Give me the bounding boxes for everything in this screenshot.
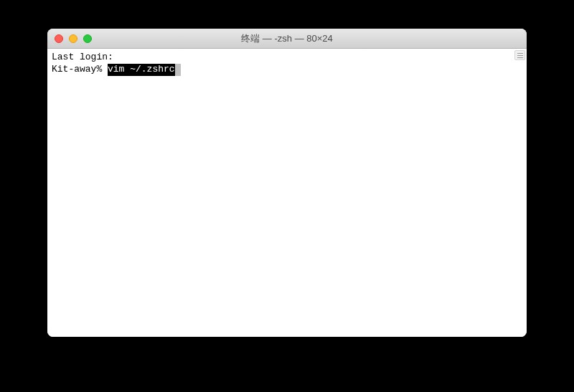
traffic-lights [47,34,92,43]
shell-prompt: Kit-away% [52,64,108,76]
terminal-cursor [175,64,181,76]
maximize-button[interactable] [83,34,92,43]
scrollbar-grip-icon [515,51,524,59]
terminal-line-last-login: Last login: [52,52,522,64]
scrollbar-indicator[interactable] [514,50,525,60]
terminal-prompt-line: Kit-away% vim ~/.zshrc [52,64,522,76]
terminal-content[interactable]: Last login: Kit-away% vim ~/.zshrc [47,49,527,337]
close-button[interactable] [55,34,63,43]
command-text: vim ~/.zshrc [108,64,175,76]
window-titlebar[interactable]: 终端 — -zsh — 80×24 [47,29,527,49]
terminal-window: 终端 — -zsh — 80×24 Last login: Kit-away% … [47,29,527,337]
minimize-button[interactable] [69,34,77,43]
window-title: 终端 — -zsh — 80×24 [47,32,527,45]
